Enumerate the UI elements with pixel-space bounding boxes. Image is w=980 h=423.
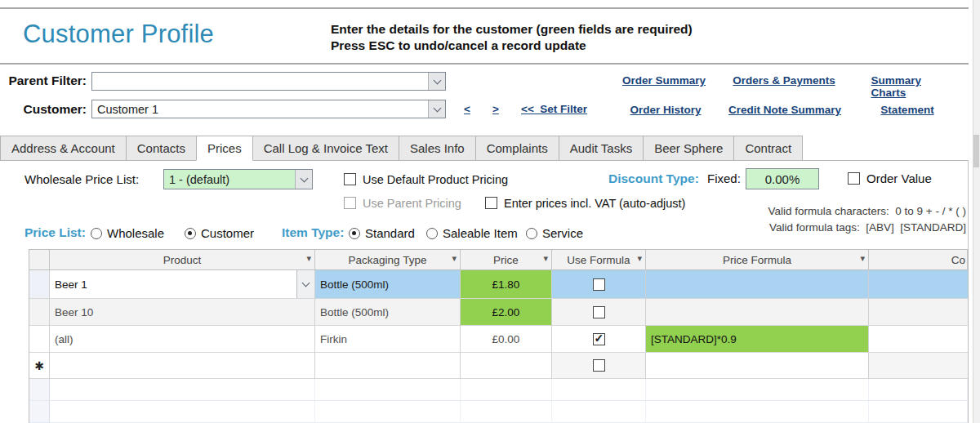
product-cell[interactable] — [50, 353, 315, 379]
tab-call-log-invoice-text[interactable]: Call Log & Invoice Text — [252, 136, 399, 161]
new-record-row: ✱ — [29, 353, 968, 379]
summary-charts-link[interactable]: Summary Charts — [871, 74, 944, 99]
use-parent-pricing-checkbox — [344, 197, 356, 209]
use-formula-checkbox[interactable] — [593, 278, 605, 291]
comments-cell[interactable] — [869, 326, 968, 353]
price-cell[interactable]: £0.00 — [461, 326, 552, 353]
column-header-price[interactable]: Price▾ — [461, 250, 552, 270]
product-combobox[interactable]: Beer 1 — [50, 270, 314, 298]
empty-cell — [461, 379, 552, 401]
row-selector — [29, 379, 50, 401]
comments-cell[interactable] — [869, 299, 968, 326]
use-formula-checkbox[interactable] — [593, 333, 605, 345]
row-selector — [29, 401, 50, 423]
use-formula-checkbox[interactable] — [593, 306, 605, 318]
filter-arrow-icon[interactable]: ▾ — [543, 253, 548, 264]
row-selector[interactable] — [29, 299, 50, 326]
chevron-down-icon — [300, 174, 308, 182]
price-cell[interactable]: £2.00 — [461, 299, 552, 326]
credit-note-summary-link[interactable]: Credit Note Summary — [728, 104, 841, 116]
enter-prices-incl-vat-checkbox[interactable] — [485, 197, 497, 209]
item-type-service-label: Service — [542, 226, 583, 240]
vertical-scrollbar[interactable] — [973, 0, 980, 423]
row-selector[interactable] — [29, 270, 50, 299]
set-filter-link[interactable]: << Set Filter — [521, 103, 587, 115]
wholesale-price-list-label: Wholesale Price List: — [24, 172, 139, 186]
scrollbar-thumb[interactable] — [973, 135, 979, 167]
price-formula-cell[interactable] — [646, 299, 869, 326]
next-record-link[interactable]: > — [492, 103, 499, 115]
wholesale-price-list-combobox[interactable]: 1 - (default) — [163, 169, 313, 189]
empty-cell — [646, 379, 869, 401]
chevron-down-icon — [433, 104, 441, 112]
customer-combobox[interactable]: Customer 1 — [91, 100, 446, 118]
filter-arrow-icon[interactable]: ▾ — [637, 253, 642, 264]
packaging-type-cell[interactable]: Bottle (500ml) — [315, 270, 461, 299]
packaging-type-cell[interactable] — [315, 353, 461, 379]
tab-audit-tasks[interactable]: Audit Tasks — [559, 136, 644, 161]
tab-complaints[interactable]: Complaints — [475, 136, 559, 161]
column-header-comments[interactable]: Co — [869, 250, 968, 270]
filter-arrow-icon[interactable]: ▾ — [452, 253, 457, 264]
instructions-line-1: Enter the details for the customer (gree… — [331, 22, 693, 37]
new-record-marker[interactable]: ✱ — [29, 353, 50, 379]
tab-prices[interactable]: Prices — [196, 136, 253, 161]
parent-filter-combobox[interactable] — [91, 72, 446, 91]
packaging-type-cell[interactable]: Bottle (500ml) — [315, 299, 461, 326]
item-type-standard-radio[interactable] — [349, 228, 360, 239]
row-selector[interactable] — [29, 326, 50, 353]
product-cell[interactable]: Beer 10 — [50, 299, 315, 326]
customer-dropdown-button[interactable] — [428, 100, 445, 118]
comments-cell[interactable] — [869, 270, 968, 299]
order-history-link[interactable]: Order History — [630, 104, 701, 116]
wholesale-price-list-dropdown-button[interactable] — [295, 170, 312, 189]
order-summary-link[interactable]: Order Summary — [622, 74, 706, 87]
product-dropdown-button[interactable] — [296, 270, 314, 298]
item-type-saleable-item-radio[interactable] — [426, 228, 438, 239]
column-header-product[interactable]: Product▾ — [50, 250, 315, 270]
tab-beer-sphere[interactable]: Beer Sphere — [643, 136, 734, 161]
order-value-checkbox[interactable] — [848, 172, 860, 185]
filter-arrow-icon[interactable]: ▾ — [860, 253, 865, 264]
price-formula-cell[interactable]: [STANDARD]*0.9 — [646, 326, 869, 353]
order-value-label: Order Value — [866, 171, 932, 185]
price-cell[interactable]: £1.80 — [461, 270, 552, 299]
column-header-label: Use Formula — [567, 254, 630, 266]
price-formula-cell[interactable] — [646, 270, 869, 299]
previous-record-link[interactable]: < — [464, 103, 470, 115]
empty-cell — [50, 379, 315, 401]
divider — [0, 7, 969, 9]
column-header-price-formula[interactable]: Price Formula▾ — [646, 250, 869, 270]
use-formula-checkbox[interactable] — [593, 359, 605, 372]
price-formula-cell[interactable] — [646, 353, 869, 379]
table-row: Beer 10 Bottle (500ml) £2.00 — [29, 299, 968, 326]
tab-sales-info[interactable]: Sales Info — [399, 136, 476, 161]
price-list-customer-radio[interactable] — [185, 228, 196, 239]
item-type-service-radio[interactable] — [526, 228, 537, 239]
use-default-product-pricing-checkbox[interactable] — [344, 173, 356, 185]
filter-arrow-icon[interactable]: ▾ — [306, 253, 311, 264]
grid-header-row: Product▾ Packaging Type▾ Price▾ Use Form… — [29, 250, 968, 270]
tab-contacts[interactable]: Contacts — [126, 136, 197, 161]
fixed-discount-field[interactable]: 0.00% — [746, 168, 819, 189]
comments-cell[interactable] — [869, 353, 968, 379]
parent-filter-dropdown-button[interactable] — [428, 73, 445, 90]
column-header-packaging-type[interactable]: Packaging Type▾ — [315, 250, 461, 270]
statement-link[interactable]: Statement — [880, 104, 933, 116]
packaging-type-cell[interactable]: Firkin — [315, 326, 461, 353]
fixed-label: Fixed: — [707, 171, 741, 185]
product-cell[interactable]: (all) — [50, 326, 315, 353]
tab-address-account[interactable]: Address & Account — [0, 136, 127, 161]
tab-contract[interactable]: Contract — [733, 136, 803, 161]
empty-cell — [869, 401, 968, 423]
price-cell[interactable] — [461, 353, 552, 379]
customer-value: Customer 1 — [92, 103, 428, 116]
price-list-label: Price List: — [24, 225, 86, 240]
column-header-use-formula[interactable]: Use Formula▾ — [552, 250, 646, 270]
valid-formula-characters-text: Valid formula characters: 0 to 9 + - / *… — [768, 205, 966, 217]
orders-and-payments-link[interactable]: Orders & Payments — [733, 74, 835, 87]
use-formula-cell — [552, 326, 646, 353]
grid-select-all-corner[interactable] — [29, 250, 50, 270]
divider — [0, 63, 969, 65]
price-list-wholesale-radio[interactable] — [91, 228, 102, 239]
